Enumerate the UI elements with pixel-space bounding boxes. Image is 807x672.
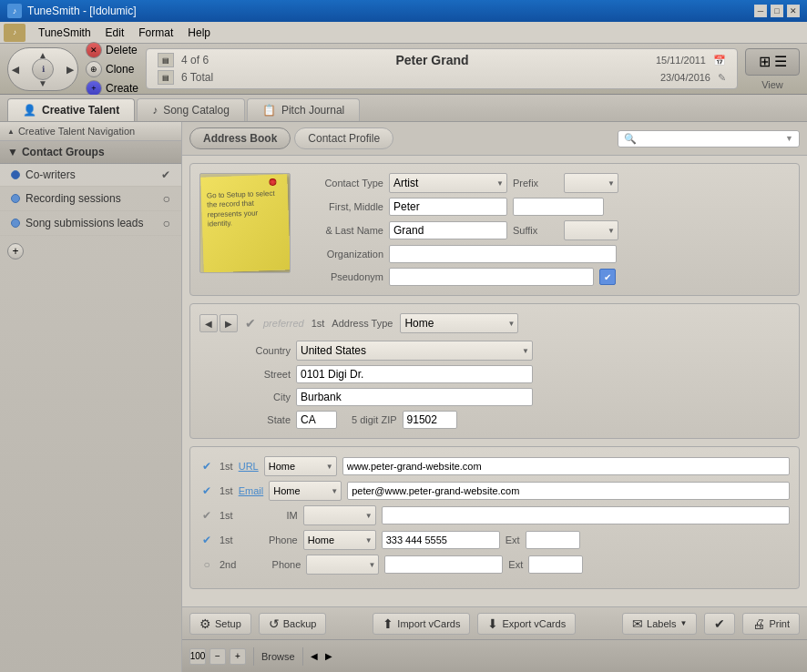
sticky-note-text: Go to Setup to select the record that re… bbox=[206, 188, 282, 229]
menu-edit[interactable]: Edit bbox=[98, 25, 132, 41]
email-link-label[interactable]: Email bbox=[239, 485, 264, 496]
prefix-select[interactable]: Mr. Ms. Dr. bbox=[564, 173, 618, 193]
pseudonym-checkbox[interactable]: ✔ bbox=[599, 269, 616, 285]
sidebar-item-co-writers[interactable]: Co-writers ✔ bbox=[0, 164, 181, 187]
sub-tab-address-book[interactable]: Address Book bbox=[189, 127, 291, 149]
tab-pitch-journal-icon: 📋 bbox=[262, 104, 276, 117]
address-ordinal: 1st bbox=[312, 318, 325, 329]
im-type-select[interactable]: AIM Skype bbox=[303, 505, 376, 525]
im-input[interactable] bbox=[382, 506, 790, 524]
maximize-button[interactable]: □ bbox=[771, 5, 783, 17]
export-vcards-button[interactable]: ⬇ Export vCards bbox=[477, 613, 576, 635]
search-dropdown-icon[interactable]: ▼ bbox=[785, 134, 793, 143]
suffix-select[interactable]: Jr. Sr. III bbox=[564, 220, 618, 240]
record-icon2: ▤ bbox=[158, 70, 174, 85]
zip-input[interactable] bbox=[403, 411, 457, 429]
menu-tunesmith[interactable]: TuneSmith bbox=[31, 25, 98, 41]
address-type-select[interactable]: Home Work Other bbox=[400, 313, 518, 333]
first-name-input[interactable] bbox=[389, 198, 507, 216]
print-button[interactable]: 🖨 Print bbox=[742, 613, 800, 635]
phone1-type-select[interactable]: Home Work Mobile bbox=[303, 530, 376, 550]
add-group-button[interactable]: + bbox=[7, 243, 24, 260]
phone1-input[interactable] bbox=[382, 531, 500, 549]
menu-help[interactable]: Help bbox=[180, 25, 218, 41]
checkmark-button[interactable]: ✔ bbox=[704, 613, 735, 635]
nav-right-button[interactable]: ▶ bbox=[66, 64, 74, 74]
info-icon: ℹ bbox=[42, 65, 45, 74]
nav-up-button[interactable]: ▲ bbox=[38, 50, 47, 60]
delete-button[interactable]: ✕ Delete bbox=[86, 42, 138, 58]
tab-creative-talent-label: Creative Talent bbox=[42, 104, 119, 117]
sidebar-item-recording-sessions[interactable]: Recording sessions ○ bbox=[0, 187, 181, 211]
email-type-wrapper: Home Work bbox=[269, 481, 342, 501]
search-input[interactable] bbox=[639, 133, 785, 144]
nav-center-button[interactable]: ℹ bbox=[32, 58, 54, 80]
tab-song-catalog[interactable]: ♪ Song Catalog bbox=[137, 98, 245, 121]
sidebar-radio-submissions: ○ bbox=[163, 216, 170, 230]
zoom-down-button[interactable]: − bbox=[209, 648, 226, 665]
tab-creative-talent-icon: 👤 bbox=[23, 104, 36, 117]
city-input[interactable] bbox=[296, 388, 533, 406]
url-type-select[interactable]: Home Work bbox=[264, 456, 337, 476]
sidebar-label-recording-sessions: Recording sessions bbox=[26, 192, 158, 205]
phone2-input[interactable] bbox=[384, 555, 503, 574]
zoom-value: 100 bbox=[190, 651, 206, 661]
city-row: City bbox=[236, 388, 790, 406]
create-label: Create bbox=[106, 82, 138, 95]
record-date1: 15/11/2011 bbox=[656, 55, 706, 66]
street-input[interactable] bbox=[296, 365, 533, 383]
sub-tab-contact-profile[interactable]: Contact Profile bbox=[294, 127, 393, 149]
scroll-right-icon[interactable]: ▶ bbox=[325, 651, 332, 661]
phone2-ext-label: Ext bbox=[508, 559, 523, 570]
backup-button[interactable]: ↺ Backup bbox=[259, 613, 327, 635]
email-row: ✔ 1st Email Home Work bbox=[199, 481, 790, 501]
menu-bar: ♪ TuneSmith Edit Format Help bbox=[0, 22, 807, 44]
middle-name-input[interactable] bbox=[513, 198, 604, 216]
nav-left-button[interactable]: ◀ bbox=[12, 64, 19, 74]
sidebar-item-song-submissions[interactable]: Song submissions leads ○ bbox=[0, 211, 181, 236]
sidebar-nav-triangle: ▲ bbox=[7, 127, 15, 136]
last-name-input[interactable] bbox=[389, 221, 507, 239]
nav-down-button[interactable]: ▼ bbox=[38, 78, 47, 88]
zoom-display[interactable]: 100 bbox=[189, 648, 206, 665]
organization-input[interactable] bbox=[389, 245, 617, 263]
phone2-type-select[interactable]: Home Work Mobile bbox=[306, 555, 379, 575]
view-toggle-button[interactable]: ⊞ ☰ bbox=[745, 48, 800, 76]
minimize-button[interactable]: ─ bbox=[754, 5, 767, 17]
import-label: Import vCards bbox=[397, 618, 460, 629]
email-type-select[interactable]: Home Work bbox=[269, 481, 342, 501]
labels-button[interactable]: ✉ Labels ▼ bbox=[622, 613, 697, 635]
tab-pitch-journal[interactable]: 📋 Pitch Journal bbox=[247, 98, 360, 121]
suffix-select-wrapper: Jr. Sr. III bbox=[564, 220, 618, 240]
url-link-label[interactable]: URL bbox=[239, 461, 259, 472]
import-vcards-button[interactable]: ⬆ Import vCards bbox=[373, 613, 470, 635]
app-logo: ♪ bbox=[4, 24, 26, 42]
address-prev-button[interactable]: ◀ bbox=[199, 314, 218, 332]
menu-format[interactable]: Format bbox=[131, 25, 180, 41]
contact-type-select[interactable]: Artist Writer Publisher bbox=[389, 173, 507, 193]
pseudonym-input[interactable] bbox=[389, 268, 594, 286]
clone-button[interactable]: ⊕ Clone bbox=[86, 61, 138, 77]
contact-type-row: Contact Type Artist Writer Publisher Pre… bbox=[301, 173, 790, 193]
setup-button[interactable]: ⚙ Setup bbox=[189, 613, 251, 635]
url-input[interactable] bbox=[342, 457, 790, 475]
sticky-pin bbox=[269, 178, 276, 185]
zoom-up-button[interactable]: + bbox=[230, 648, 246, 665]
country-select[interactable]: United States Canada United Kingdom bbox=[296, 341, 533, 361]
phone1-row: ✔ 1st Phone Home Work Mobile Ext bbox=[199, 530, 790, 550]
address-header: ◀ ▶ ✔ preferred 1st Address Type Home Wo… bbox=[199, 313, 790, 333]
contact-photo[interactable]: Go to Setup to select the record that re… bbox=[199, 173, 291, 273]
address-next-button[interactable]: ▶ bbox=[220, 314, 238, 332]
tab-creative-talent[interactable]: 👤 Creative Talent bbox=[7, 98, 135, 121]
email-input[interactable] bbox=[347, 482, 790, 500]
bottom-bar: ⚙ Setup ↺ Backup ⬆ Import vCards ⬇ Expor… bbox=[182, 606, 807, 639]
close-button[interactable]: ✕ bbox=[787, 5, 800, 17]
phone2-ext-input[interactable] bbox=[528, 555, 583, 574]
phone1-ext-input[interactable] bbox=[526, 531, 580, 549]
prefix-select-wrapper: Mr. Ms. Dr. bbox=[564, 173, 618, 193]
state-input[interactable] bbox=[296, 411, 337, 429]
scroll-left-icon[interactable]: ◀ bbox=[311, 651, 318, 661]
phone2-check: ○ bbox=[199, 557, 214, 572]
record-display: ▤ 4 of 6 Peter Grand 15/11/2011 📅 ▤ 6 To… bbox=[146, 48, 738, 89]
create-button[interactable]: + Create bbox=[86, 80, 138, 97]
